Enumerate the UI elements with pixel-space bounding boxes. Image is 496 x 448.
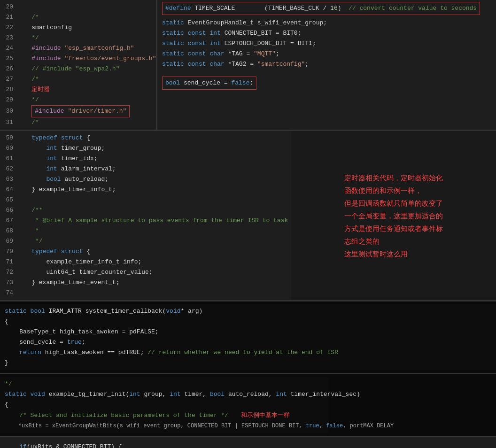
code-line: static const int CONNECTED_BIT = BIT0; bbox=[162, 28, 491, 39]
code-line: 65 bbox=[0, 195, 291, 205]
code-line: 70 typedef struct { bbox=[0, 247, 291, 257]
code-line: 28 定时器 bbox=[0, 85, 156, 95]
code-line: 74 bbox=[0, 288, 291, 298]
code-line: 72 uint64_t timer_counter_value; bbox=[0, 267, 291, 278]
code-line: 73 } example_timer_event_t; bbox=[0, 278, 291, 288]
top-left-code: 20 21 /* 22 smartconfig 23 */ 24 #includ… bbox=[0, 0, 156, 130]
code-line: /* Select and initialize basic parameter… bbox=[5, 410, 324, 421]
code-line: 69 */ bbox=[0, 236, 291, 247]
init-code: */ static void example_tg_timer_init(int… bbox=[0, 377, 329, 433]
code-line: 63 bool auto_reload; bbox=[0, 174, 291, 185]
mid-annotation-text: 定时器相关代码，定时器初始化 函数使用的和示例一样， 但是回调函数就只简单的改变… bbox=[344, 171, 443, 260]
mid-section: 59 typedef struct { 60 int timer_group; … bbox=[0, 131, 496, 301]
code-line: */ bbox=[5, 379, 324, 389]
code-line: 23 */ bbox=[0, 33, 156, 43]
code-line: *uxBits = xEventGroupWaitBits(s_wifi_eve… bbox=[5, 421, 324, 431]
top-right-code: #define TIMER_SCALE (TIMER_BASE_CLK / 16… bbox=[157, 0, 496, 92]
code-line: 61 int timer_idx; bbox=[0, 154, 291, 164]
bool-highlight: bool send_cycle = false; bbox=[162, 77, 256, 90]
code-line: 68 * bbox=[0, 226, 291, 236]
code-line: 60 int timer_group; bbox=[0, 143, 291, 154]
if-code: if(uxBits & CONNECTED_BIT) { ESP_LOGI(TA… bbox=[0, 440, 319, 448]
code-line: { bbox=[5, 317, 491, 327]
code-line: } bbox=[5, 358, 491, 368]
code-line: static void example_tg_timer_init(int gr… bbox=[5, 389, 324, 400]
code-line: #define TIMER_SCALE (TIMER_BASE_CLK / 16… bbox=[165, 3, 477, 14]
code-line: 67 * @brief A sample structure to pass e… bbox=[0, 216, 291, 226]
mid-code: 59 typedef struct { 60 int timer_group; … bbox=[0, 131, 291, 300]
code-line: static const char *TAG = "MQTT"; bbox=[162, 49, 491, 59]
code-container: 20 21 /* 22 smartconfig 23 */ 24 #includ… bbox=[0, 0, 496, 448]
code-line: if(uxBits & CONNECTED_BIT) { bbox=[5, 442, 315, 448]
code-line: send_cycle = true; bbox=[5, 337, 491, 348]
code-line: 64 } example_timer_info_t; bbox=[0, 185, 291, 195]
code-line: 59 typedef struct { bbox=[0, 133, 291, 143]
top-left-panel: 20 21 /* 22 smartconfig 23 */ 24 #includ… bbox=[0, 0, 157, 130]
code-line: 27 /* bbox=[0, 74, 156, 85]
code-line: bool send_cycle = false; bbox=[165, 78, 253, 88]
top-row: 20 21 /* 22 smartconfig 23 */ 24 #includ… bbox=[0, 0, 496, 131]
code-line: 26 // #include "esp_wpa2.h" bbox=[0, 64, 156, 74]
mid-annotation: 定时器相关代码，定时器初始化 函数使用的和示例一样， 但是回调函数就只简单的改变… bbox=[291, 131, 496, 300]
code-line: 24 #include "esp_smartconfig.h" bbox=[0, 43, 156, 54]
code-line: { bbox=[5, 400, 324, 410]
bottom-init-section: */ static void example_tg_timer_init(int… bbox=[0, 374, 496, 437]
code-line: static EventGroupHandle_t s_wifi_event_g… bbox=[162, 18, 491, 28]
code-line: static const int ESPTOUCH_DONE_BIT = BIT… bbox=[162, 39, 491, 49]
bottom-callback-section: static bool IRAM_ATTR system_timer_callb… bbox=[0, 301, 496, 374]
bottom-if-section: if(uxBits & CONNECTED_BIT) { ESP_LOGI(TA… bbox=[0, 437, 496, 448]
code-line: BaseType_t high_task_awoken = pdFALSE; bbox=[5, 327, 491, 337]
code-line: 62 int alarm_interval; bbox=[0, 164, 291, 174]
code-line: 30 #include "driver/timer.h" bbox=[0, 105, 156, 117]
callback-code: static bool IRAM_ATTR system_timer_callb… bbox=[0, 304, 496, 370]
code-line: 21 /* bbox=[0, 12, 156, 23]
top-right-panel: #define TIMER_SCALE (TIMER_BASE_CLK / 16… bbox=[157, 0, 496, 130]
define-highlight: #define TIMER_SCALE (TIMER_BASE_CLK / 16… bbox=[162, 2, 480, 15]
code-line: static bool IRAM_ATTR system_timer_callb… bbox=[5, 306, 491, 317]
code-line: 66 /** bbox=[0, 205, 291, 216]
code-line: 29 */ bbox=[0, 95, 156, 105]
code-line: 25 #include "freertos/event_groups.h" bbox=[0, 54, 156, 64]
code-line: 20 bbox=[0, 2, 156, 12]
code-line: 71 example_timer_info_t info; bbox=[0, 257, 291, 267]
code-line: return high_task_awoken == pdTRUE; // re… bbox=[5, 348, 491, 358]
code-line: 31 /* bbox=[0, 117, 156, 128]
mid-code-block: 59 typedef struct { 60 int timer_group; … bbox=[0, 131, 291, 300]
code-line: static const char *TAG2 = "smartconfig"; bbox=[162, 59, 491, 70]
code-line: 22 smartconfig bbox=[0, 23, 156, 33]
